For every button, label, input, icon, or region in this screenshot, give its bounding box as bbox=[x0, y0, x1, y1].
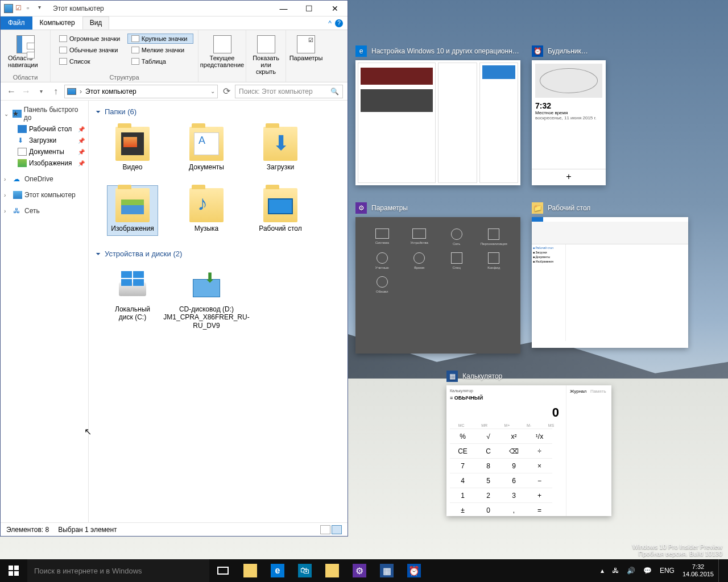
tray-notifications-icon[interactable]: 💬 bbox=[640, 559, 655, 582]
view-details-icon[interactable] bbox=[320, 525, 330, 534]
properties-icon[interactable]: ☑ bbox=[15, 4, 24, 13]
calc-key[interactable]: 0 bbox=[475, 502, 501, 517]
drive-local-c[interactable]: Локальный диск (C:) bbox=[107, 266, 158, 332]
show-desktop[interactable] bbox=[718, 559, 726, 582]
folder-desktop[interactable]: Рабочий стол bbox=[255, 185, 306, 235]
qat-dropdown-icon[interactable]: ▾ bbox=[38, 4, 47, 13]
current-view-button[interactable]: Текущее представление bbox=[202, 32, 242, 71]
tray-language[interactable]: ENG bbox=[656, 559, 678, 582]
calc-key[interactable]: 7 bbox=[450, 458, 475, 473]
tab-file[interactable]: Файл bbox=[1, 16, 32, 30]
calc-key[interactable]: = bbox=[527, 502, 552, 517]
start-button[interactable] bbox=[0, 559, 27, 582]
sidebar-this-pc[interactable]: ›Этот компьютер bbox=[2, 189, 87, 201]
svg-rect-2 bbox=[9, 571, 13, 576]
tab-computer[interactable]: Компьютер bbox=[32, 16, 82, 30]
taskbar-calc[interactable]: ▦ bbox=[373, 559, 400, 582]
show-hide-button[interactable]: Показать или скрыть bbox=[250, 32, 282, 78]
drive-cd-d[interactable]: ⬇CD-дисковод (D:) JM1_CPRA_X86FRER_RU-RU… bbox=[181, 266, 232, 332]
calc-key[interactable]: 5 bbox=[475, 473, 501, 488]
view-table[interactable]: Таблица bbox=[127, 56, 193, 66]
calc-key[interactable]: ⌫ bbox=[501, 443, 527, 458]
sidebar-downloads[interactable]: ⬇Загрузки📌 bbox=[2, 135, 87, 146]
address-bar[interactable]: › Этот компьютер ⌄ bbox=[64, 85, 218, 98]
calc-key[interactable]: ± bbox=[450, 502, 475, 517]
task-browser[interactable]: eНастройка Windows 10 и других операцион… bbox=[355, 45, 520, 185]
view-large-icons-icon[interactable] bbox=[332, 525, 342, 534]
view-huge[interactable]: Огромные значки bbox=[55, 34, 126, 44]
tab-view[interactable]: Вид bbox=[82, 16, 110, 30]
taskbar-search[interactable]: Поиск в интернете и в Windows bbox=[27, 559, 209, 582]
section-folders[interactable]: ⏷Папки (6) bbox=[96, 105, 341, 118]
tray-clock[interactable]: 7:32 14.06.2015 bbox=[679, 559, 717, 582]
section-devices[interactable]: ⏷Устройства и диски (2) bbox=[96, 247, 341, 260]
calc-key[interactable]: 3 bbox=[501, 488, 527, 502]
preview-pane-icon[interactable] bbox=[27, 43, 35, 49]
svg-rect-0 bbox=[9, 566, 13, 570]
calc-key[interactable]: C bbox=[475, 443, 501, 458]
calc-key[interactable]: % bbox=[450, 429, 475, 443]
close-button[interactable]: ✕ bbox=[322, 1, 348, 16]
titlebar[interactable]: ☑ ▫ ▾ Этот компьютер — ☐ ✕ bbox=[1, 1, 348, 16]
calc-key[interactable]: × bbox=[527, 458, 552, 473]
ribbon-collapse-icon[interactable]: ^ bbox=[328, 19, 332, 27]
calc-key[interactable]: 6 bbox=[501, 473, 527, 488]
up-button[interactable]: ↑ bbox=[49, 85, 62, 98]
calc-key[interactable]: ¹/x bbox=[527, 429, 552, 443]
folder-downloads[interactable]: ⬇Загрузки bbox=[255, 124, 306, 174]
view-large[interactable]: Крупные значки bbox=[127, 34, 193, 44]
calc-key[interactable]: 4 bbox=[450, 473, 475, 488]
task-calculator[interactable]: ▦Калькулятор Калькулятор ≡ ОБЫЧНЫЙ 0 MCM… bbox=[446, 371, 611, 516]
new-folder-icon[interactable]: ▫ bbox=[27, 4, 36, 13]
folder-music[interactable]: ♪Музыка bbox=[181, 185, 232, 235]
content-area[interactable]: ⏷Папки (6) Видео AДокументы ⬇Загрузки Из… bbox=[89, 101, 348, 522]
taskbar-alarm[interactable]: ⏰ bbox=[400, 559, 428, 582]
view-small[interactable]: Мелкие значки bbox=[127, 45, 193, 55]
calc-key[interactable]: , bbox=[501, 502, 527, 517]
task-desktop-explorer[interactable]: 📁Рабочий стол ■ Рабочий стол■ Загрузки■ … bbox=[532, 202, 688, 354]
calc-key[interactable]: ÷ bbox=[527, 443, 552, 458]
taskbar-explorer[interactable] bbox=[237, 559, 264, 582]
taskbar-settings[interactable]: ⚙ bbox=[346, 559, 373, 582]
calc-key[interactable]: CE bbox=[450, 443, 475, 458]
folder-documents[interactable]: AДокументы bbox=[181, 124, 232, 174]
calc-key[interactable]: 2 bbox=[475, 488, 501, 502]
calc-key[interactable]: − bbox=[527, 473, 552, 488]
tray-volume-icon[interactable]: 🔊 bbox=[623, 559, 639, 582]
sidebar-quick-access[interactable]: ⌄★Панель быстрого до bbox=[2, 104, 87, 123]
tray-overflow[interactable]: ▴ bbox=[597, 559, 607, 582]
address-text: Этот компьютер bbox=[85, 88, 136, 95]
taskbar-store[interactable]: 🛍 bbox=[291, 559, 318, 582]
sidebar-pictures[interactable]: Изображения📌 bbox=[2, 157, 87, 169]
calc-key[interactable]: 9 bbox=[501, 458, 527, 473]
help-icon[interactable]: ? bbox=[335, 19, 343, 27]
view-normal[interactable]: Обычные значки bbox=[55, 45, 126, 55]
sidebar-desktop[interactable]: Рабочий стол📌 bbox=[2, 123, 87, 135]
task-settings[interactable]: ⚙Параметры Система Устройства Сеть Персо… bbox=[355, 202, 520, 354]
history-dropdown[interactable]: ▾ bbox=[35, 85, 47, 98]
folder-video[interactable]: Видео bbox=[107, 124, 158, 174]
sidebar-documents[interactable]: Документы📌 bbox=[2, 146, 87, 157]
minimize-button[interactable]: — bbox=[271, 1, 296, 16]
taskbar-explorer2[interactable] bbox=[318, 559, 346, 582]
taskbar-edge[interactable]: e bbox=[264, 559, 291, 582]
tray-network-icon[interactable]: 🖧 bbox=[609, 559, 622, 582]
details-pane-icon[interactable] bbox=[27, 52, 35, 59]
view-list[interactable]: Список bbox=[55, 56, 126, 66]
calc-key[interactable]: 1 bbox=[450, 488, 475, 502]
task-view-button[interactable] bbox=[209, 559, 237, 582]
maximize-button[interactable]: ☐ bbox=[296, 1, 322, 16]
sidebar-network[interactable]: ›🖧Сеть bbox=[2, 205, 87, 217]
calc-key[interactable]: + bbox=[527, 488, 552, 502]
calc-key[interactable]: 8 bbox=[475, 458, 501, 473]
back-button[interactable]: ← bbox=[5, 85, 18, 98]
options-button[interactable]: ☑ Параметры bbox=[289, 32, 322, 64]
calc-key[interactable]: x² bbox=[501, 429, 527, 443]
forward-button[interactable]: → bbox=[20, 85, 32, 98]
folder-pictures[interactable]: Изображения bbox=[107, 185, 158, 235]
calc-key[interactable]: √ bbox=[475, 429, 501, 443]
refresh-button[interactable]: ⟳ bbox=[220, 85, 233, 98]
task-alarm[interactable]: ⏰Будильник… 7:32 Местное время воскресен… bbox=[532, 45, 606, 185]
sidebar-onedrive[interactable]: ›☁OneDrive bbox=[2, 173, 87, 185]
search-box[interactable]: Поиск: Этот компьютер 🔍 bbox=[235, 85, 343, 98]
